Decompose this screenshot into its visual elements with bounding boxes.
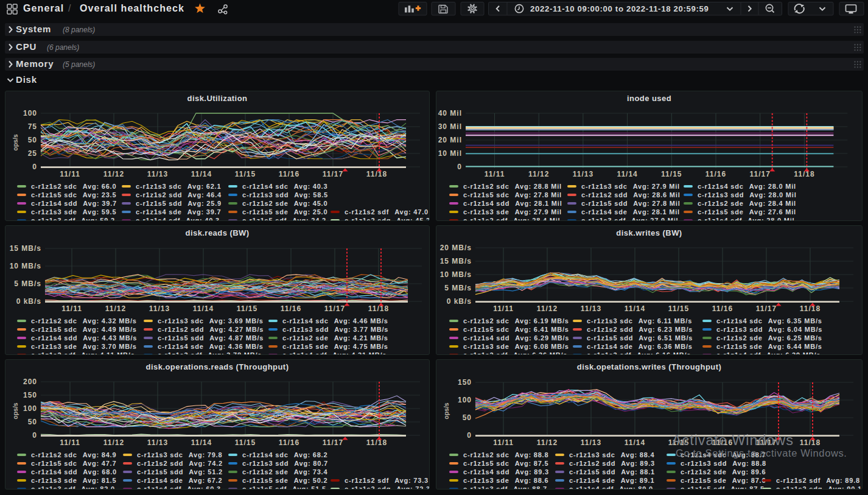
svg-text:5 MB/s: 5 MB/s bbox=[14, 279, 41, 288]
svg-text:75: 75 bbox=[28, 122, 37, 131]
svg-text:11/12: 11/12 bbox=[103, 438, 124, 447]
svg-text:200: 200 bbox=[23, 377, 37, 386]
svg-text:11/17: 11/17 bbox=[323, 438, 343, 447]
svg-text:11/11: 11/11 bbox=[60, 170, 80, 178]
svg-text:5 MB/s: 5 MB/s bbox=[444, 284, 472, 292]
svg-text:11/16: 11/16 bbox=[712, 304, 733, 313]
svg-text:ops/s: ops/s bbox=[443, 402, 450, 420]
svg-text:11/12: 11/12 bbox=[103, 170, 124, 178]
svg-text:100: 100 bbox=[23, 404, 37, 413]
svg-text:50: 50 bbox=[463, 413, 472, 422]
svg-text:25: 25 bbox=[28, 149, 37, 158]
svg-text:11/15: 11/15 bbox=[235, 170, 256, 178]
svg-text:0: 0 bbox=[32, 163, 37, 171]
svg-text:11/11: 11/11 bbox=[60, 438, 80, 447]
svg-text:10 MB/s: 10 MB/s bbox=[10, 262, 41, 270]
svg-text:11/17: 11/17 bbox=[324, 304, 345, 313]
svg-text:11/14: 11/14 bbox=[191, 438, 212, 447]
svg-text:11/12: 11/12 bbox=[105, 304, 126, 313]
svg-text:11/13: 11/13 bbox=[573, 170, 593, 178]
svg-text:20 Mil: 20 Mil bbox=[438, 136, 462, 144]
svg-text:0 kB/s: 0 kB/s bbox=[447, 297, 472, 306]
svg-text:10 Mil: 10 Mil bbox=[438, 149, 462, 158]
svg-text:11/14: 11/14 bbox=[617, 170, 637, 178]
svg-text:ops/s: ops/s bbox=[12, 402, 19, 420]
svg-text:11/15: 11/15 bbox=[668, 304, 689, 313]
svg-text:11/14: 11/14 bbox=[193, 304, 214, 313]
svg-text:11/11: 11/11 bbox=[61, 304, 82, 313]
svg-text:100: 100 bbox=[458, 396, 472, 404]
svg-text:11/11: 11/11 bbox=[485, 170, 505, 178]
svg-text:0 kB/s: 0 kB/s bbox=[16, 297, 41, 306]
svg-text:11/12: 11/12 bbox=[537, 438, 558, 447]
svg-text:30 Mil: 30 Mil bbox=[438, 122, 462, 131]
svg-text:11/17: 11/17 bbox=[756, 304, 777, 313]
svg-text:11/14: 11/14 bbox=[625, 438, 645, 447]
svg-text:11/12: 11/12 bbox=[537, 304, 558, 313]
svg-text:11/13: 11/13 bbox=[147, 170, 168, 178]
svg-text:10 MB/s: 10 MB/s bbox=[440, 270, 472, 279]
svg-text:40 Mil: 40 Mil bbox=[438, 109, 462, 118]
svg-text:11/11: 11/11 bbox=[493, 304, 514, 313]
svg-text:150: 150 bbox=[23, 391, 37, 399]
svg-text:11/17: 11/17 bbox=[750, 170, 771, 178]
svg-text:11/13: 11/13 bbox=[581, 304, 601, 313]
svg-text:150: 150 bbox=[458, 378, 472, 387]
svg-text:11/12: 11/12 bbox=[528, 170, 549, 178]
svg-text:11/13: 11/13 bbox=[149, 304, 170, 313]
svg-text:11/16: 11/16 bbox=[279, 438, 299, 447]
svg-text:15 MB/s: 15 MB/s bbox=[440, 257, 472, 265]
svg-text:11/15: 11/15 bbox=[237, 304, 257, 313]
svg-text:11/16: 11/16 bbox=[281, 304, 301, 313]
svg-text:0: 0 bbox=[457, 163, 462, 171]
svg-text:11/13: 11/13 bbox=[147, 438, 168, 447]
svg-text:11/11: 11/11 bbox=[493, 438, 514, 447]
svg-text:15 MB/s: 15 MB/s bbox=[10, 244, 41, 253]
svg-text:100: 100 bbox=[23, 109, 37, 118]
svg-text:11/17: 11/17 bbox=[323, 170, 343, 178]
svg-text:11/13: 11/13 bbox=[581, 438, 601, 447]
svg-text:ops/s: ops/s bbox=[12, 134, 19, 151]
svg-text:11/16: 11/16 bbox=[705, 170, 726, 178]
svg-text:11/16: 11/16 bbox=[279, 170, 299, 178]
svg-text:11/14: 11/14 bbox=[191, 170, 212, 178]
svg-text:50: 50 bbox=[28, 418, 37, 426]
svg-text:50: 50 bbox=[28, 136, 37, 144]
svg-text:11/15: 11/15 bbox=[661, 170, 682, 178]
svg-text:11/15: 11/15 bbox=[235, 438, 256, 447]
svg-text:0: 0 bbox=[32, 431, 37, 440]
svg-text:0: 0 bbox=[467, 431, 472, 440]
svg-text:20 MB/s: 20 MB/s bbox=[440, 244, 472, 252]
svg-text:11/14: 11/14 bbox=[625, 304, 645, 313]
svg-text:2022-11-10 09:00:00 to 2022-11: 2022-11-10 09:00:00 to 2022-11-18 20:59:… bbox=[530, 4, 709, 13]
